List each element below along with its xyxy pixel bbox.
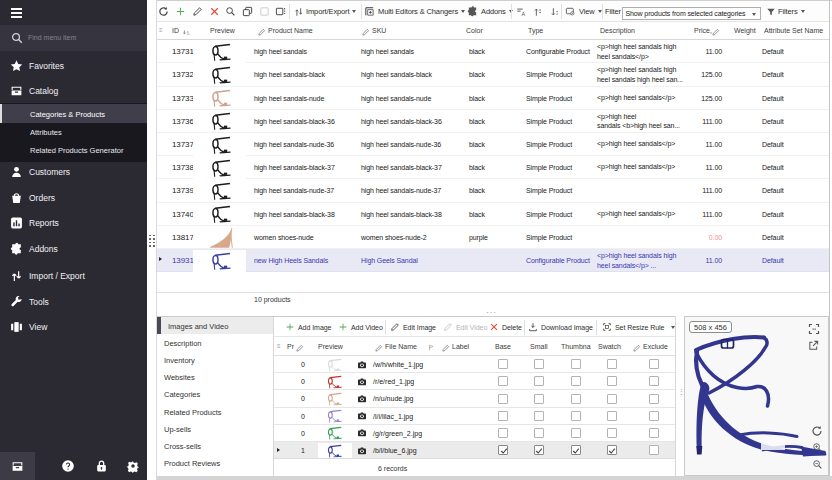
svg-text:A: A (521, 10, 525, 16)
